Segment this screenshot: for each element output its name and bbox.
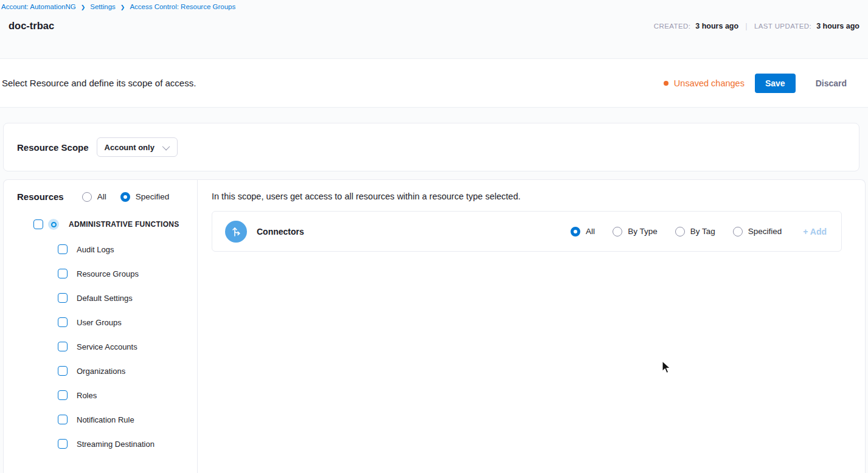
resources-radio-group: All Specified	[82, 192, 170, 202]
resource-scope-label: Resource Scope	[17, 142, 89, 153]
expand-state-dot	[51, 222, 57, 227]
item-label: Default Settings	[77, 294, 133, 303]
item-label: Roles	[77, 391, 97, 400]
radio-icon[interactable]	[82, 192, 92, 202]
breadcrumb-account-link[interactable]: Account: AutomationNG	[1, 3, 76, 10]
checkbox-streaming-destination[interactable]	[58, 439, 68, 449]
radio-selected-icon[interactable]	[120, 192, 130, 202]
item-label: Streaming Destination	[77, 440, 155, 449]
radio-icon[interactable]	[675, 227, 685, 236]
checkbox-organizations[interactable]	[58, 366, 68, 376]
save-button[interactable]: Save	[755, 74, 796, 93]
scope-description: In this scope, users get access to all r…	[212, 192, 842, 201]
connectors-label: Connectors	[257, 227, 304, 236]
radio-connectors-by-type[interactable]: By Type	[613, 227, 658, 236]
radio-label: Specified	[136, 192, 170, 201]
resource-scope-card: Resource Scope Account only	[3, 123, 859, 171]
expand-state-icon[interactable]	[48, 219, 59, 230]
tree-item-service-accounts[interactable]: Service Accounts	[58, 342, 197, 351]
tree-group-administrative-functions[interactable]: ADMINISTRATIVE FUNCTIONS	[33, 219, 197, 230]
discard-button[interactable]: Discard	[812, 78, 850, 89]
radio-connectors-by-tag[interactable]: By Tag	[675, 227, 715, 236]
connectors-icon	[225, 221, 247, 243]
radio-label: Specified	[748, 227, 782, 236]
radio-label: All	[586, 227, 595, 236]
unsaved-changes-label: Unsaved changes	[674, 78, 745, 88]
checkbox-service-accounts[interactable]	[58, 342, 68, 351]
radio-icon[interactable]	[613, 227, 622, 236]
page-header: Account: AutomationNG ❯ Settings ❯ Acces…	[0, 0, 868, 59]
radio-label: By Type	[628, 227, 658, 236]
page-title: doc-trbac	[9, 20, 54, 32]
checkbox-notification-rule[interactable]	[58, 415, 68, 424]
radio-resources-all[interactable]: All	[82, 192, 106, 202]
item-label: Service Accounts	[77, 342, 137, 351]
created-label: CREATED:	[654, 22, 691, 30]
last-updated-label: LAST UPDATED:	[754, 22, 811, 30]
item-label: Organizations	[77, 367, 125, 376]
last-updated-value: 3 hours ago	[816, 22, 859, 30]
breadcrumb: Account: AutomationNG ❯ Settings ❯ Acces…	[0, 0, 868, 10]
meta-info: CREATED: 3 hours ago | LAST UPDATED: 3 h…	[654, 21, 859, 30]
unsaved-dot-icon	[664, 81, 668, 86]
checkbox-resource-groups[interactable]	[58, 269, 68, 278]
item-label: Notification Rule	[77, 415, 134, 424]
tree-item-notification-rule[interactable]: Notification Rule	[58, 415, 197, 424]
title-row: doc-trbac CREATED: 3 hours ago | LAST UP…	[0, 10, 868, 32]
tree-item-user-groups[interactable]: User Groups	[58, 317, 197, 327]
breadcrumb-settings-link[interactable]: Settings	[90, 3, 116, 10]
resources-header: Resources All Specified	[4, 192, 197, 202]
tree-item-audit-logs[interactable]: Audit Logs	[58, 244, 197, 254]
checkbox-administrative-functions[interactable]	[33, 219, 43, 229]
item-label: Audit Logs	[77, 245, 114, 254]
radio-label: All	[97, 192, 106, 201]
breadcrumb-chevron-icon: ❯	[120, 4, 125, 10]
breadcrumb-resource-groups-link[interactable]: Access Control: Resource Groups	[130, 3, 235, 10]
tree-item-roles[interactable]: Roles	[58, 390, 197, 400]
tree-item-resource-groups[interactable]: Resource Groups	[58, 269, 197, 278]
checkbox-default-settings[interactable]	[58, 293, 68, 303]
chevron-down-icon	[162, 142, 170, 150]
radio-icon[interactable]	[733, 227, 743, 236]
checkbox-audit-logs[interactable]	[58, 244, 68, 254]
radio-label: By Tag	[690, 227, 715, 236]
tree-item-organizations[interactable]: Organizations	[58, 366, 197, 376]
radio-connectors-specified[interactable]: Specified	[733, 227, 782, 236]
checkbox-roles[interactable]	[58, 390, 68, 400]
created-value: 3 hours ago	[695, 22, 738, 30]
add-resources-link[interactable]: + Add	[803, 227, 827, 236]
connectors-radio-group: All By Type By Tag Specified	[571, 227, 782, 236]
resources-card: Resources All Specified ADMINISTRATIVE F…	[3, 179, 866, 473]
resource-scope-dropdown[interactable]: Account only	[97, 137, 178, 157]
scope-detail-panel: In this scope, users get access to all r…	[198, 180, 865, 473]
unsaved-changes-indicator: Unsaved changes	[664, 78, 745, 88]
item-label: Resource Groups	[77, 269, 139, 278]
resources-title: Resources	[17, 192, 64, 202]
meta-divider: |	[743, 21, 749, 30]
connectors-resource-row: Connectors All By Type By Tag Specified	[212, 211, 842, 252]
radio-connectors-all[interactable]: All	[571, 227, 595, 236]
checkbox-user-groups[interactable]	[58, 317, 68, 327]
resources-panel: Resources All Specified ADMINISTRATIVE F…	[4, 180, 198, 473]
radio-selected-icon[interactable]	[571, 227, 580, 236]
tree-item-default-settings[interactable]: Default Settings	[58, 293, 197, 303]
toolbar-description: Select Resource and define its scope of …	[2, 78, 196, 88]
radio-resources-specified[interactable]: Specified	[120, 192, 170, 202]
item-label: User Groups	[77, 318, 122, 327]
action-toolbar: Select Resource and define its scope of …	[0, 59, 868, 108]
resource-scope-selected-value: Account only	[105, 143, 155, 152]
toolbar-actions: Unsaved changes Save Discard	[664, 74, 850, 93]
tree-item-streaming-destination[interactable]: Streaming Destination	[58, 439, 197, 449]
group-label: ADMINISTRATIVE FUNCTIONS	[69, 220, 179, 229]
breadcrumb-chevron-icon: ❯	[81, 4, 86, 10]
